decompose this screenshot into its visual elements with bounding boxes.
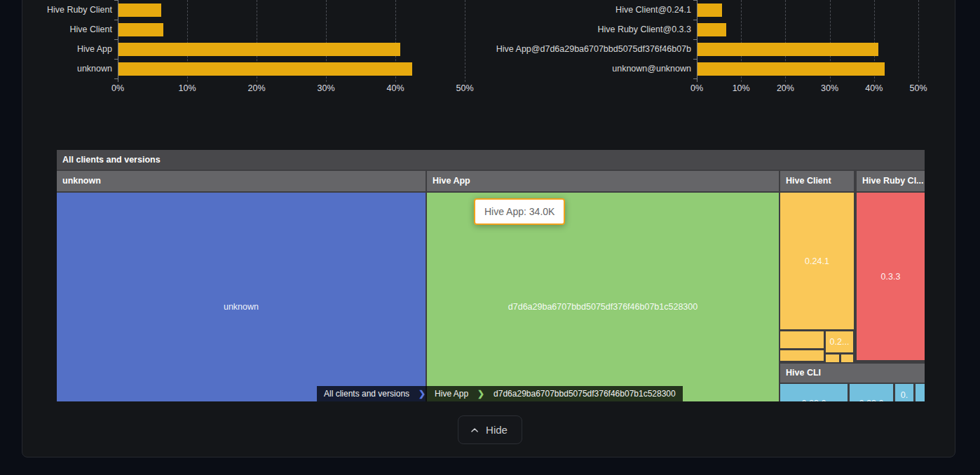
- bar: [118, 43, 400, 56]
- treemap-cell-label: 0.23.0: [802, 399, 826, 401]
- bar: [697, 43, 878, 56]
- bar: [697, 23, 726, 36]
- hide-button[interactable]: Hide: [458, 415, 522, 444]
- treemap-cell-hive-cli-0230[interactable]: 0.23.0: [780, 384, 848, 401]
- bar: [118, 4, 161, 17]
- treemap-cell-hive-client-tiny[interactable]: [841, 354, 853, 362]
- breadcrumb-item-root[interactable]: All clients and versions: [317, 386, 416, 401]
- treemap-cell-hive-client-0241[interactable]: 0.24.1: [780, 193, 854, 329]
- bar-category-label: Hive Client: [0, 23, 112, 36]
- bar-category-label: Hive App@d7d6a29ba6707bbd5075df376f46b07…: [489, 43, 691, 56]
- x-tick-label: 0%: [674, 83, 719, 93]
- gridline: [918, 0, 919, 82]
- bar: [697, 4, 722, 17]
- axis-tick: [114, 59, 118, 60]
- axis-tick: [114, 39, 118, 40]
- hide-button-label: Hide: [486, 424, 508, 436]
- treemap-cell-hive-client-small[interactable]: [780, 331, 824, 348]
- treemap-cell-hive-cli-tiny[interactable]: [916, 384, 925, 401]
- treemap-root-header[interactable]: All clients and versions: [57, 150, 925, 170]
- chevron-right-icon: ❯: [475, 386, 486, 401]
- breadcrumb-item-hash[interactable]: d7d6a29ba6707bbd5075df376f46b07b1c528300: [486, 386, 683, 401]
- treemap-cell-hive-cli-0[interactable]: 0.: [895, 384, 913, 401]
- tooltip-text: Hive App: 34.0K: [484, 206, 554, 217]
- x-tick-label: 10%: [719, 83, 763, 93]
- x-tick-label: 40%: [373, 83, 418, 93]
- treemap-cell-hive-client-small[interactable]: [780, 350, 824, 361]
- chart-tooltip: Hive App: 34.0K: [474, 198, 565, 225]
- x-tick-label: 0%: [95, 83, 140, 93]
- bar: [118, 23, 163, 36]
- chevron-right-icon: ❯: [416, 386, 428, 401]
- treemap-header-hive-app[interactable]: Hive App: [427, 171, 779, 191]
- bar-category-label: Hive Ruby Client: [0, 4, 112, 17]
- breadcrumb-item-hive-app[interactable]: Hive App: [428, 386, 475, 401]
- axis-tick: [693, 78, 697, 79]
- treemap-cell-label: d7d6a29ba6707bbd5075df376f46b07b1c528300: [508, 302, 697, 312]
- treemap-header-unknown[interactable]: unknown: [57, 171, 426, 191]
- x-tick-label: 40%: [852, 83, 897, 93]
- treemap-cell-label: 0.2...: [830, 337, 850, 347]
- x-tick-label: 20%: [763, 83, 808, 93]
- bar-category-label: unknown: [0, 62, 112, 76]
- versions-bar-chart: 0%10%20%30%40%50%Hive Client@0.24.1Hive …: [489, 0, 980, 98]
- axis-tick: [114, 0, 118, 1]
- bar-category-label: Hive Client@0.24.1: [489, 4, 691, 17]
- gridline: [465, 0, 465, 82]
- chevron-up-icon: [470, 425, 479, 435]
- treemap-cell-unknown[interactable]: unknown: [57, 193, 426, 401]
- clients-treemap: All clients and versions unknown unknown…: [57, 150, 925, 401]
- treemap-cell-hive-client-tiny[interactable]: [826, 354, 839, 362]
- treemap-cell-label: 0.24.1: [805, 256, 829, 266]
- treemap-cell-hive-client-02[interactable]: 0.2...: [826, 331, 853, 352]
- treemap-breadcrumb: All clients and versions ❯ Hive App ❯ d7…: [317, 386, 683, 401]
- bar: [118, 62, 412, 76]
- axis-tick: [114, 20, 118, 20]
- treemap-header-hive-ruby-client[interactable]: Hive Ruby Cl...: [857, 171, 925, 191]
- bar-category-label: Hive Ruby Client@0.3.3: [489, 23, 691, 36]
- bar: [697, 62, 885, 76]
- treemap-header-hive-client[interactable]: Hive Client: [780, 171, 854, 191]
- x-tick-label: 50%: [442, 83, 487, 93]
- x-tick-label: 30%: [304, 83, 348, 93]
- clients-bar-chart: 0%10%20%30%40%50%Hive Ruby ClientHive Cl…: [0, 0, 489, 98]
- x-tick-label: 20%: [234, 83, 279, 93]
- treemap-cell-label: 0.: [901, 390, 908, 400]
- x-tick-label: 10%: [165, 83, 210, 93]
- axis-tick: [693, 59, 697, 60]
- treemap-cell-hive-ruby-033[interactable]: 0.3.3: [857, 193, 925, 360]
- treemap-cell-label: 0.23.0: [859, 399, 884, 401]
- axis-tick: [114, 78, 118, 79]
- axis-tick: [693, 20, 697, 20]
- bar-category-label: Hive App: [0, 43, 112, 56]
- axis-tick: [693, 39, 697, 40]
- x-tick-label: 50%: [896, 83, 941, 93]
- x-tick-label: 30%: [808, 83, 852, 93]
- treemap-header-hive-cli[interactable]: Hive CLI: [780, 364, 925, 383]
- treemap-cell-hive-cli-0230b[interactable]: 0.23.0: [850, 384, 893, 401]
- treemap-cell-label: unknown: [224, 302, 259, 312]
- bar-category-label: unknown@unknown: [489, 62, 691, 76]
- axis-tick: [693, 0, 697, 1]
- treemap-cell-label: 0.3.3: [881, 272, 901, 282]
